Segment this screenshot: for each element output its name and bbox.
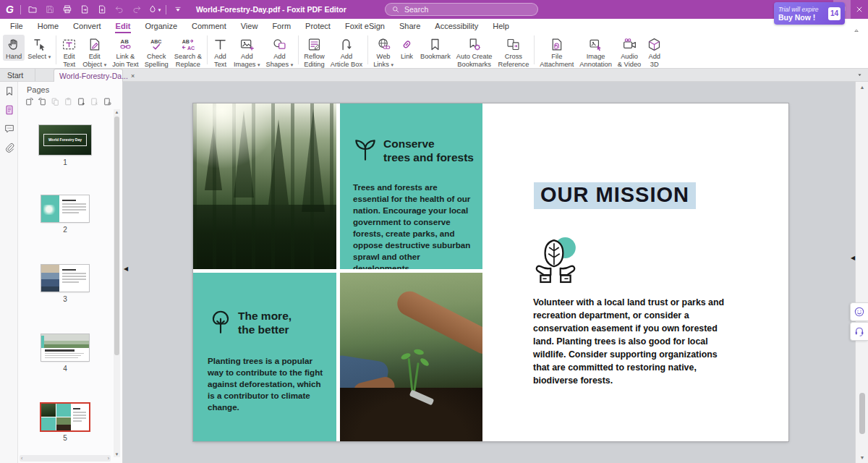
- rail-bookmarks-panel-button[interactable]: [0, 82, 18, 101]
- document-scrollbar[interactable]: ▲ ▼ ◀: [855, 82, 868, 463]
- page-number-label: 4: [18, 365, 112, 373]
- save-icon: [45, 4, 55, 14]
- ribbon-auto-create-bookmarks-button[interactable]: Auto CreateBookmarks: [454, 35, 495, 68]
- ribbon-cross-reference-button[interactable]: CrossReference: [495, 35, 532, 68]
- ribbon-link-join-text-button[interactable]: ABLink &Join Text: [109, 35, 142, 68]
- scrollbar-thumb[interactable]: [114, 116, 119, 355]
- ribbon-add-shapes-button[interactable]: AddShapes ▾: [263, 35, 297, 69]
- ribbon-edit-object-button[interactable]: EditObject ▾: [80, 35, 109, 69]
- tab-start[interactable]: Start: [0, 69, 35, 82]
- rail-comments-panel-button[interactable]: [0, 119, 18, 138]
- pages-copy-page-button[interactable]: [50, 96, 61, 107]
- page-thumbnail-4[interactable]: 4: [18, 334, 112, 373]
- ribbon-check-spelling-button[interactable]: ABCCheckSpelling: [142, 35, 171, 68]
- page-thumbnail-5[interactable]: 5: [18, 404, 112, 442]
- ribbon-edit-text-button[interactable]: EditText: [59, 35, 80, 68]
- rail-attachments-panel-button[interactable]: [0, 138, 18, 157]
- menu-accessibility[interactable]: Accessibility: [427, 19, 485, 33]
- scroll-left-arrow[interactable]: ‹: [21, 456, 22, 461]
- ribbon-audio-video-label: Audio& Video: [618, 53, 641, 68]
- page-thumbnail-1[interactable]: World Forestry Day1: [18, 125, 112, 166]
- doc-scrollbar-thumb[interactable]: [859, 393, 865, 434]
- menu-share[interactable]: Share: [392, 19, 427, 33]
- printer-button[interactable]: [59, 2, 75, 17]
- undo-button[interactable]: [111, 2, 127, 17]
- collapse-ribbon-button[interactable]: [852, 26, 861, 35]
- menu-comment[interactable]: Comment: [184, 19, 234, 33]
- ribbon-hand-button[interactable]: Hand: [3, 35, 25, 61]
- folder-open-button[interactable]: [25, 2, 41, 17]
- menu-home[interactable]: Home: [30, 19, 66, 33]
- buy-now-button[interactable]: Trial will expire Buy Now ! 14: [774, 2, 845, 25]
- ribbon-file-attachment-button[interactable]: FileAttachment: [537, 35, 576, 68]
- scroll-down-arrow[interactable]: ▼: [114, 452, 120, 456]
- page-thumbnail-3[interactable]: 3: [18, 265, 112, 303]
- menu-protect[interactable]: Protect: [298, 19, 338, 33]
- close-button[interactable]: [851, 0, 868, 19]
- new-doc-button[interactable]: [94, 2, 110, 17]
- spell-check-icon: ABC: [149, 37, 164, 52]
- buy-now-label: Buy Now !: [778, 14, 828, 22]
- menu-view[interactable]: View: [234, 19, 265, 33]
- menu-edit[interactable]: Edit: [109, 19, 138, 33]
- tab-close-icon[interactable]: ×: [131, 72, 135, 80]
- doc-scroll-up-arrow[interactable]: ▲: [856, 85, 868, 90]
- svg-text:AC: AC: [187, 45, 195, 50]
- pages-delete-page-button[interactable]: [89, 96, 100, 107]
- menu-file[interactable]: File: [3, 19, 30, 33]
- expand-right-panel-handle[interactable]: ◀: [851, 255, 855, 261]
- ribbon-bookmark-label: Bookmark: [420, 53, 451, 61]
- doc-scroll-down-arrow[interactable]: ▼: [856, 455, 868, 460]
- pages-panel-toolbar: [24, 96, 113, 107]
- ribbon-search-replace-button[interactable]: ABACSearch &Replace: [171, 35, 205, 68]
- rail-pages-panel-button[interactable]: [0, 101, 18, 119]
- tab-document-label: World-Forestry-Da...: [59, 72, 128, 80]
- scroll-right-arrow[interactable]: ›: [108, 456, 109, 461]
- caret-down-icon: [856, 71, 864, 79]
- ribbon-select-button[interactable]: Select ▾: [25, 35, 54, 61]
- support-headset-button[interactable]: [850, 322, 868, 341]
- ribbon-add-images-button[interactable]: AddImages ▾: [231, 35, 263, 69]
- save-button[interactable]: [42, 2, 58, 17]
- ink-drop-button[interactable]: ▾: [146, 2, 162, 17]
- ribbon-add-article-box-button[interactable]: AddArticle Box: [328, 35, 365, 68]
- ribbon-edit-object-label: EditObject ▾: [82, 53, 106, 69]
- ribbon-image-annotation-button[interactable]: ImageAnnotation: [576, 35, 614, 68]
- thumbnails-scrollbar[interactable]: ▲ ▼: [114, 109, 120, 457]
- foxit-logo: G: [4, 4, 17, 15]
- menu-help[interactable]: Help: [485, 19, 516, 33]
- ribbon-audio-video-button[interactable]: Audio& Video: [615, 35, 644, 68]
- scroll-up-arrow[interactable]: ▲: [114, 110, 120, 114]
- ribbon-web-links-button[interactable]: WebLinks ▾: [370, 35, 396, 69]
- pages-rotate-right-button[interactable]: [37, 96, 48, 107]
- collapse-left-panel-handle[interactable]: ◀: [124, 266, 128, 272]
- ribbon-add-3d-button[interactable]: Add3D: [644, 35, 665, 68]
- ribbon-reflow-editing-button[interactable]: ReflowEditing: [301, 35, 327, 68]
- ribbon-add-text-button[interactable]: AddText: [210, 35, 231, 68]
- customize-toolbar-button[interactable]: [170, 2, 186, 17]
- menu-organize[interactable]: Organize: [137, 19, 184, 33]
- thumbnails-h-scrollbar[interactable]: ‹ ›: [20, 455, 111, 462]
- pages-extract-page-button[interactable]: [102, 96, 113, 107]
- page-thumbnail-2[interactable]: 2: [18, 195, 112, 234]
- document-canvas[interactable]: Conserve trees and forests Trees and for…: [123, 82, 855, 463]
- pages-paste-page-button[interactable]: [63, 96, 74, 107]
- menu-form[interactable]: Form: [265, 19, 298, 33]
- search-placeholder: Search: [404, 5, 428, 14]
- redo-button[interactable]: [129, 2, 145, 17]
- export-doc-button[interactable]: [77, 2, 93, 17]
- edit-object-icon: [87, 37, 102, 52]
- pages-insert-page-button[interactable]: [76, 96, 87, 107]
- ribbon-link-button[interactable]: Link: [396, 35, 417, 61]
- ribbon-bookmark-button[interactable]: Bookmark: [417, 35, 454, 61]
- feedback-smiley-button[interactable]: [850, 302, 868, 321]
- search-input[interactable]: Search: [385, 3, 538, 16]
- tab-document[interactable]: World-Forestry-Da... ×: [54, 69, 123, 82]
- trial-expire-text: Trial will expire: [778, 6, 828, 14]
- tab-list-chevron-icon[interactable]: [856, 71, 864, 79]
- menu-convert[interactable]: Convert: [66, 19, 109, 33]
- ribbon-add-shapes-label: AddShapes ▾: [266, 53, 294, 69]
- pages-rotate-left-button[interactable]: [24, 96, 35, 107]
- more-heading-2: the better: [238, 323, 292, 336]
- menu-foxit-esign[interactable]: Foxit eSign: [338, 19, 392, 33]
